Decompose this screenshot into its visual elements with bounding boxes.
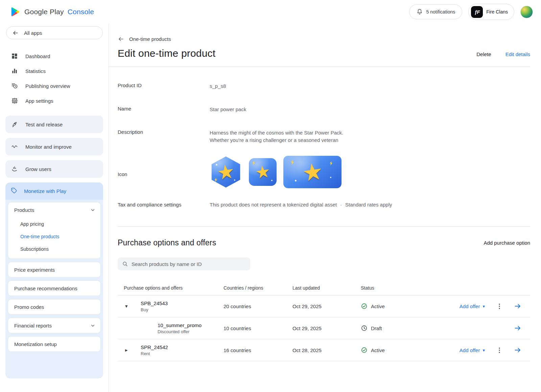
sidebar-item-financial-reports[interactable]: Financial reports [8,318,101,333]
table-row: ▸ SPR_24542 Rent 16 countries Oct 28, 20… [118,339,530,361]
expander-expand-button[interactable]: ▸ [118,347,141,353]
delete-button[interactable]: Delete [476,51,491,57]
row-actions: Add offer ▾ ⋮ [442,302,530,310]
dropdown-caret-icon: ▾ [483,348,485,353]
expander-collapse-button[interactable]: ▾ [118,303,141,309]
sidebar-item-label: Monetize with Play [24,188,66,194]
google-play-logo-icon [10,7,20,17]
sidebar-item-promo-codes[interactable]: Promo codes [8,299,101,315]
description-line-1: Harness the might of the cosmos with the… [210,129,530,137]
field-label: Description [118,129,210,135]
star-glyph: ★ [301,159,324,185]
offer-id: 10_summer_promo [158,323,224,328]
sparkle-dot [216,164,217,166]
sidebar-item-label: Publishing overview [25,83,70,89]
tax-value: This product does not represent a tokeni… [210,202,530,207]
option-type: Buy [141,308,224,312]
description-value: Harness the might of the cosmos with the… [210,129,530,144]
product-id-value: s_p_s8 [210,82,530,90]
app-monogram: ƒF [474,9,480,15]
sidebar-item-grow-users[interactable]: Grow users [5,160,103,178]
topbar: Google Play Console 5 notifications ƒF F… [0,0,541,24]
account-avatar[interactable] [520,6,533,18]
sparkle-dot [295,180,297,181]
sidebar-item-subscriptions[interactable]: Subscriptions [8,243,100,255]
option-id: SPB_24543 [141,301,224,306]
arrow-right-icon [514,324,521,332]
sidebar-item-app-settings[interactable]: App settings [0,93,109,108]
name-row: Name Star power pack [118,106,530,113]
field-label: Product ID [118,82,210,88]
tax-secondary: Standard rates apply [345,202,392,207]
play-console-app: Google Play Console 5 notifications ƒF F… [0,0,541,392]
description-line-2: Whether you're a rising challenger or a … [210,137,530,144]
sparkle-dot [330,177,331,178]
product-icon-hexagon: ★ [210,156,242,188]
breadcrumb-label[interactable]: One-time products [129,36,171,42]
price-tag-icon [10,187,17,195]
publishing-overview-icon [10,82,19,89]
monetize-section: Monetize with Play Products App pricing [5,182,103,378]
sidebar-item-statistics[interactable]: Statistics [0,64,109,78]
sidebar-item-test-and-release[interactable]: Test and release [5,116,103,133]
open-row-arrow-button[interactable] [514,346,521,354]
purchase-options-table: Purchase options and offers Countries / … [118,280,530,361]
arrow-right-icon [514,346,521,354]
product-icon-rectangle: ★ [283,156,342,188]
last-updated-cell: Oct 29, 2025 [292,325,361,331]
column-header: Purchase options and offers [118,285,224,291]
app-switcher-chip[interactable]: ƒF Fire Clans [468,4,514,20]
expander-right-icon: ▸ [125,347,128,353]
sidebar-item-price-experiments[interactable]: Price experiments [8,262,101,277]
sidebar-item-dashboard[interactable]: Dashboard [0,49,109,64]
all-apps-label: All apps [24,30,42,36]
back-arrow-icon[interactable] [118,36,124,42]
search-input[interactable] [132,261,246,267]
column-header: Status [361,285,442,291]
edit-details-button[interactable]: Edit details [505,51,530,57]
sidebar-item-app-pricing[interactable]: App pricing [8,218,100,230]
field-label: Tax and compliance settings [118,202,210,207]
status-cell: Active [361,347,442,353]
status-cell: Active [361,303,442,310]
add-offer-button[interactable]: Add offer ▾ [460,347,485,353]
add-offer-button[interactable]: Add offer ▾ [460,303,485,309]
sidebar-item-publishing-overview[interactable]: Publishing overview [0,78,109,93]
open-row-arrow-button[interactable] [514,302,521,310]
all-apps-button[interactable]: All apps [6,26,103,39]
notifications-button[interactable]: 5 notifications [409,4,463,19]
open-row-arrow-button[interactable] [514,324,521,332]
gear-icon [10,97,19,104]
countries-cell: 10 countries [224,325,292,331]
sidebar-item-monetize-with-play[interactable]: Monetize with Play [5,182,103,200]
countries-cell: 16 countries [224,347,292,353]
countries-cell: 20 countries [224,303,292,309]
table-header-row: Purchase options and offers Countries / … [118,280,530,295]
sidebar-item-purchase-recommendations[interactable]: Purchase recommendations [8,280,101,296]
back-arrow-icon [12,30,19,36]
sidebar-item-monetization-setup[interactable]: Monetization setup [8,336,101,352]
sidebar-item-products[interactable]: Products [8,202,100,218]
purchase-header-row: Purchase options and offers Add purchase… [118,238,530,247]
lightning-bolt-icon [214,178,217,182]
arrow-right-icon [514,302,521,310]
kebab-menu-button[interactable]: ⋮ [495,302,504,310]
icon-row: Icon ★ ★ [118,160,530,188]
child-label: Subscriptions [20,246,49,252]
sidebar-item-label: Monitor and improve [25,144,72,150]
star-glyph: ★ [216,161,236,183]
sidebar-item-one-time-products[interactable]: One-time products [8,230,100,243]
kebab-menu-button[interactable]: ⋮ [495,346,504,354]
draft-clock-icon [361,325,368,332]
search-icon [122,261,128,267]
sidebar-item-label: Test and release [25,122,63,127]
topbar-right: 5 notifications ƒF Fire Clans [409,4,533,20]
option-type: Rent [141,351,224,356]
sidebar-item-monitor-and-improve[interactable]: Monitor and improve [5,138,103,155]
child-label: One-time products [20,234,59,239]
chevron-down-icon [90,207,96,213]
page-title: Edit one-time product [118,48,215,59]
purchase-section-title: Purchase options and offers [118,238,216,247]
products-label: Products [14,207,34,213]
add-purchase-option-button[interactable]: Add purchase option [484,240,530,246]
